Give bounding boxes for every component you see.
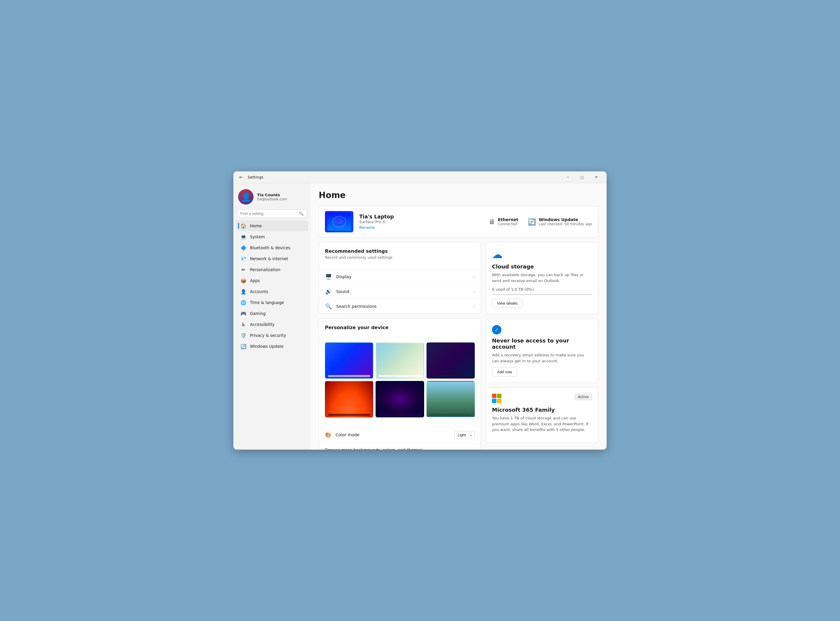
system-icon: 💻 xyxy=(240,234,246,240)
taskbar-indicator-6 xyxy=(430,414,472,416)
device-card: Tia's Laptop Surface Pro X Rename 🖥 Ethe… xyxy=(319,206,598,238)
personalization-icon: ✏️ xyxy=(240,267,246,273)
display-chevron: › xyxy=(473,275,475,279)
account-security-title: Never lose access to your account xyxy=(492,338,592,350)
close-button[interactable]: ✕ xyxy=(589,173,603,182)
color-mode-icon: 🎨 xyxy=(325,432,331,438)
windows-update-status[interactable]: 🔄 Windows Update Last checked: 59 minute… xyxy=(528,217,592,226)
device-thumbnail xyxy=(325,211,353,232)
theme-item-6[interactable] xyxy=(427,381,475,417)
sidebar-item-time[interactable]: 🌐Time & language xyxy=(236,297,308,308)
sidebar-item-bluetooth[interactable]: 🔷Bluetooth & devices xyxy=(236,242,308,253)
sidebar-item-network[interactable]: 💎Network & internet xyxy=(236,253,308,264)
theme-item-5[interactable] xyxy=(375,381,424,417)
display-icon: 🖥️ xyxy=(325,274,332,280)
personalization-label: Personalization xyxy=(250,267,280,272)
minimize-button[interactable]: − xyxy=(561,173,575,182)
sidebar-item-accessibility[interactable]: ♿Accessibility xyxy=(236,319,308,330)
theme-item-2[interactable] xyxy=(375,342,424,379)
cloud-storage-card: ☁️ Cloud storage With available storage,… xyxy=(486,242,598,314)
search-icon: 🔍 xyxy=(299,211,304,216)
color-mode-select-wrapper[interactable]: Light Dark xyxy=(454,431,475,439)
recommended-header: Recommended settings Recent and commonly… xyxy=(319,242,481,270)
two-col-layout: Recommended settings Recent and commonly… xyxy=(319,242,598,450)
privacy-label: Privacy & security xyxy=(250,333,286,338)
network-icon: 💎 xyxy=(240,256,246,262)
color-mode-row[interactable]: 🎨 Color mode Light Dark xyxy=(319,427,481,444)
avatar xyxy=(238,189,254,204)
apps-icon: 📦 xyxy=(240,278,246,283)
accounts-label: Accounts xyxy=(250,289,268,294)
sidebar-item-system[interactable]: 💻System xyxy=(236,232,308,242)
personalize-card: Personalize your device xyxy=(319,318,481,450)
sidebar-item-home[interactable]: 🏠Home xyxy=(236,221,308,231)
window-controls: − □ ✕ xyxy=(561,173,603,182)
sidebar-item-accounts[interactable]: 👤Accounts xyxy=(236,286,308,297)
ms365-title: Microsoft 365 Family xyxy=(492,407,592,413)
theme-item-1[interactable] xyxy=(325,342,373,379)
main-content: Home Tia's Laptop xyxy=(310,183,607,450)
page-title: Home xyxy=(319,190,598,200)
display-setting-row[interactable]: 🖥️ Display › xyxy=(319,270,481,284)
taskbar-indicator-2 xyxy=(378,375,421,377)
browse-themes-row[interactable]: Browse more backgrounds, colors, and the… xyxy=(319,444,481,450)
theme-grid xyxy=(325,342,475,417)
storage-bar xyxy=(492,294,592,295)
sidebar: Tia Counts tia@outlook.com 🔍 🏠Home💻Syste… xyxy=(233,183,310,450)
maximize-button[interactable]: □ xyxy=(575,173,589,182)
title-bar: ← Settings − □ ✕ xyxy=(233,171,607,183)
network-label: Network & internet xyxy=(250,256,288,261)
apps-label: Apps xyxy=(250,278,260,283)
update-icon: 🔄 xyxy=(240,343,246,349)
sidebar-item-gaming[interactable]: 🎮Gaming xyxy=(236,308,308,319)
user-profile[interactable]: Tia Counts tia@outlook.com xyxy=(233,187,310,209)
theme-item-3[interactable] xyxy=(427,342,475,379)
search-permissions-icon: 🔍 xyxy=(325,303,332,309)
privacy-icon: 🛡️ xyxy=(240,332,246,338)
search-permissions-row[interactable]: 🔍 Search permissions › xyxy=(319,299,481,314)
theme-item-4[interactable] xyxy=(325,381,373,417)
view-details-button[interactable]: View details xyxy=(492,299,523,308)
user-name: Tia Counts xyxy=(257,193,287,197)
bluetooth-label: Bluetooth & devices xyxy=(250,245,290,250)
theme-grid-wrapper xyxy=(319,338,481,427)
search-input[interactable] xyxy=(240,211,296,216)
recommended-subtitle: Recent and commonly used settings xyxy=(325,255,475,260)
window-title: Settings xyxy=(248,175,263,179)
back-button[interactable]: ← xyxy=(237,173,245,182)
left-column: Recommended settings Recent and commonly… xyxy=(319,242,481,450)
device-model: Surface Pro X xyxy=(359,220,483,224)
storage-usage: 0 used of 1.0 TB (0%) xyxy=(492,287,592,292)
recommended-card: Recommended settings Recent and commonly… xyxy=(319,242,481,314)
gaming-label: Gaming xyxy=(250,311,266,316)
ethernet-status[interactable]: 🖥 Ethernet Connected xyxy=(488,217,518,226)
search-permissions-label: Search permissions xyxy=(336,304,473,309)
update-sublabel: Last checked: 59 minutes ago xyxy=(539,222,592,226)
sound-label: Sound xyxy=(336,289,473,294)
sidebar-item-apps[interactable]: 📦Apps xyxy=(236,275,308,286)
sidebar-item-privacy[interactable]: 🛡️Privacy & security xyxy=(236,330,308,341)
device-rename[interactable]: Rename xyxy=(359,225,483,230)
update-label: Windows Update xyxy=(250,344,284,349)
user-info: Tia Counts tia@outlook.com xyxy=(257,193,287,201)
time-icon: 🌐 xyxy=(240,300,246,306)
ms-logo xyxy=(492,394,501,403)
search-box[interactable]: 🔍 xyxy=(237,209,307,218)
cloud-description: With available storage, you can back up … xyxy=(492,272,592,283)
sidebar-item-update[interactable]: 🔄Windows Update xyxy=(236,341,308,351)
taskbar-indicator-1 xyxy=(328,375,370,377)
settings-window: ← Settings − □ ✕ Tia Counts tia@outlook.… xyxy=(233,171,607,450)
sound-icon: 🔊 xyxy=(325,288,332,294)
sidebar-item-personalization[interactable]: ✏️Personalization xyxy=(236,264,308,275)
windows-logo-svg xyxy=(330,214,348,229)
accounts-icon: 👤 xyxy=(240,289,246,294)
search-permissions-chevron: › xyxy=(473,304,475,308)
add-now-button[interactable]: Add now xyxy=(492,367,517,377)
color-mode-select[interactable]: Light Dark xyxy=(454,431,475,439)
cloud-title: Cloud storage xyxy=(492,264,592,270)
sound-setting-row[interactable]: 🔊 Sound › xyxy=(319,284,481,299)
ms365-card: Active Microsoft 365 Family You have 1 T… xyxy=(486,388,598,442)
device-info: Tia's Laptop Surface Pro X Rename xyxy=(359,214,483,230)
display-label: Display xyxy=(336,274,473,279)
personalize-title: Personalize your device xyxy=(325,325,475,330)
